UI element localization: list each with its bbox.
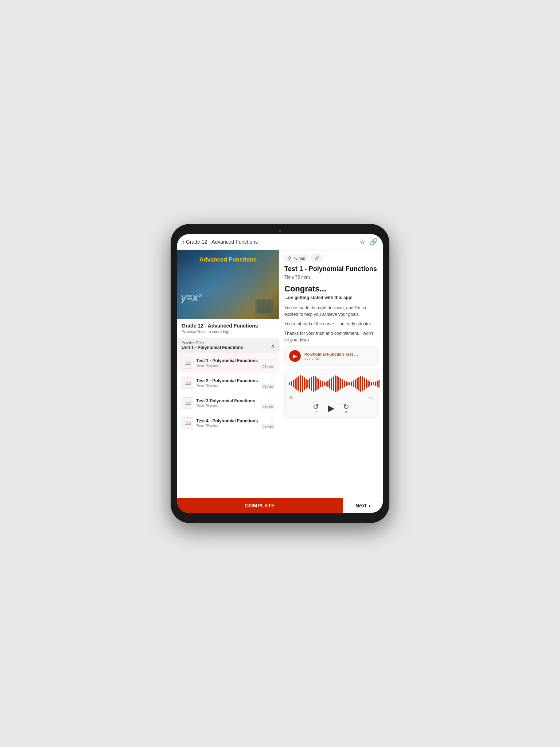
wave-bar — [306, 379, 307, 389]
wave-bar — [329, 379, 330, 388]
list-star-icon-2[interactable]: ☆ — [270, 377, 275, 383]
attachment-size: 557.6 KB — [304, 356, 358, 360]
forward-label: 15 — [345, 411, 348, 414]
wave-bar — [302, 376, 303, 392]
book-icon-1: 📖 — [182, 357, 193, 369]
practice-header[interactable]: Practice Tests Unit 1 - Polynomial Funct… — [177, 338, 279, 353]
wave-bar — [293, 380, 294, 387]
list-item-subtitle-4: Time 75 mins — [196, 424, 261, 428]
list-item-subtitle-2: Time 75 mins — [196, 384, 261, 388]
unit-title: Unit 1 - Polynomial Functions — [182, 345, 243, 350]
rewind-label: 15 — [315, 411, 318, 414]
wave-bar — [357, 378, 358, 390]
list-star-icon-1[interactable]: ☆ — [270, 357, 275, 363]
wave-bar — [358, 377, 359, 391]
tablet-device: ‹ Grade 12 - Advanced Functions ☆ 🔗 Adva… — [171, 224, 389, 523]
course-subtitle: Practice Tests to score high — [182, 329, 275, 334]
wave-bar — [326, 382, 327, 386]
wave-bar — [316, 378, 318, 390]
rewind-button[interactable]: ↺ — [313, 402, 319, 411]
course-title: Grade 12 - Advanced Functions — [182, 323, 275, 329]
wave-bar — [300, 375, 301, 392]
wave-bar — [307, 380, 308, 388]
tablet-camera — [279, 229, 281, 232]
practice-label: Practice Tests — [182, 341, 243, 345]
wave-bar — [373, 382, 374, 385]
list-item-content-4: Test 4 - Polynomial Functions Time 75 mi… — [196, 418, 261, 428]
wave-bar — [340, 378, 341, 389]
wave-bar — [335, 375, 336, 392]
attachment-info: Polynomial Function Test … 557.6 KB — [304, 352, 358, 360]
wave-bar — [331, 378, 332, 390]
list-item-title-1: Test 1 - Polynomial Functions — [196, 358, 261, 363]
body-text-1: You've made the right decision, and I'm … — [284, 305, 378, 318]
time-elapsed: –:– — [368, 395, 373, 399]
attachment-play-icon: ▶ — [289, 350, 301, 362]
list-star-icon-4[interactable]: ☆ — [270, 417, 275, 423]
course-info: Grade 12 - Advanced Functions Practice T… — [177, 319, 279, 336]
list-item-subtitle-1: Time 75 mins — [196, 364, 261, 368]
book-icon-2: 📖 — [182, 377, 193, 389]
clock-icon: ⏱ — [288, 256, 292, 260]
math-decoration: y=x² — [181, 286, 225, 308]
wave-bar — [375, 382, 376, 386]
congrats-title: Congrats... — [284, 284, 378, 294]
wave-bar — [318, 379, 319, 389]
wave-bar — [351, 382, 352, 386]
chevron-up-icon: ∧ — [271, 343, 275, 349]
list-item-title-2: Test 2 - Polynomial Functions — [196, 378, 261, 383]
list-item[interactable]: 📖 Test 1 - Polynomial Functions Time 75 … — [177, 353, 279, 373]
list-star-icon-3[interactable]: ☆ — [270, 397, 275, 403]
list-item-right-3: ☆ 75 min — [261, 397, 275, 409]
course-image-title: Advanced Functions — [182, 256, 274, 263]
wave-bar — [347, 382, 349, 386]
list-item-subtitle-3: Time 75 mins — [196, 404, 261, 408]
practice-header-info: Practice Tests Unit 1 - Polynomial Funct… — [182, 341, 243, 350]
wave-bar — [355, 379, 356, 388]
progress-indicator[interactable] — [289, 396, 293, 399]
list-item[interactable]: 📖 Test 2 - Polynomial Functions Time 75 … — [177, 373, 279, 393]
forward-button[interactable]: ↻ — [343, 402, 349, 411]
attachment-row[interactable]: ▶ Polynomial Function Test … 557.6 KB — [284, 346, 378, 366]
back-button[interactable]: ‹ — [182, 238, 184, 246]
play-button[interactable]: ▶ — [328, 403, 334, 413]
wave-bar — [362, 376, 363, 391]
wave-bar — [371, 382, 372, 386]
list-item-content-1: Test 1 - Polynomial Functions Time 75 mi… — [196, 358, 261, 368]
wave-bar — [315, 376, 316, 391]
wave-bar — [309, 378, 310, 389]
forward-group: ↻ 15 — [343, 402, 349, 414]
wave-bar — [366, 379, 367, 388]
book-decoration — [253, 297, 275, 316]
list-item-title-4: Test 4 - Polynomial Functions — [196, 418, 261, 423]
audio-player: –:– ↺ 15 ▶ ↻ 15 — [284, 369, 378, 418]
time-badge-2: 75 min — [261, 384, 275, 389]
lesson-title: Test 1 - Polynomial Functions — [284, 265, 378, 273]
complete-button[interactable]: COMPLETE — [177, 498, 343, 513]
svg-text:y=x²: y=x² — [181, 292, 202, 303]
wave-bar — [291, 381, 292, 386]
wave-bar — [377, 381, 378, 387]
list-item-right-2: ☆ 75 min — [261, 377, 275, 389]
wave-bar — [296, 377, 298, 390]
link-icon[interactable]: 🔗 — [370, 238, 378, 246]
time-badge-3: 75 min — [261, 404, 275, 409]
link-meta-badge[interactable]: 🔗 — [311, 254, 323, 262]
app-header: ‹ Grade 12 - Advanced Functions ☆ 🔗 — [177, 234, 383, 250]
wave-bar — [311, 377, 312, 391]
list-item-right-4: ☆ 75 min — [261, 417, 275, 429]
wave-bar — [349, 382, 350, 385]
course-image: Advanced Functions y=x² — [177, 250, 279, 319]
next-button[interactable]: Next › — [343, 498, 383, 513]
list-item[interactable]: 📖 Test 3 Polynomial Functions Time 75 mi… — [177, 393, 279, 413]
wave-bar — [378, 380, 380, 388]
list-item[interactable]: 📖 Test 4 - Polynomial Functions Time 75 … — [177, 413, 279, 433]
book-icon-3: 📖 — [182, 397, 193, 409]
content-area: Advanced Functions y=x² Grade 12 - Advan… — [177, 250, 383, 498]
wave-bar — [369, 381, 370, 386]
rewind-group: ↺ 15 — [313, 402, 319, 414]
wave-bar — [313, 376, 314, 392]
waveform — [289, 375, 373, 392]
wave-bar — [295, 379, 296, 389]
star-icon[interactable]: ☆ — [359, 238, 365, 246]
